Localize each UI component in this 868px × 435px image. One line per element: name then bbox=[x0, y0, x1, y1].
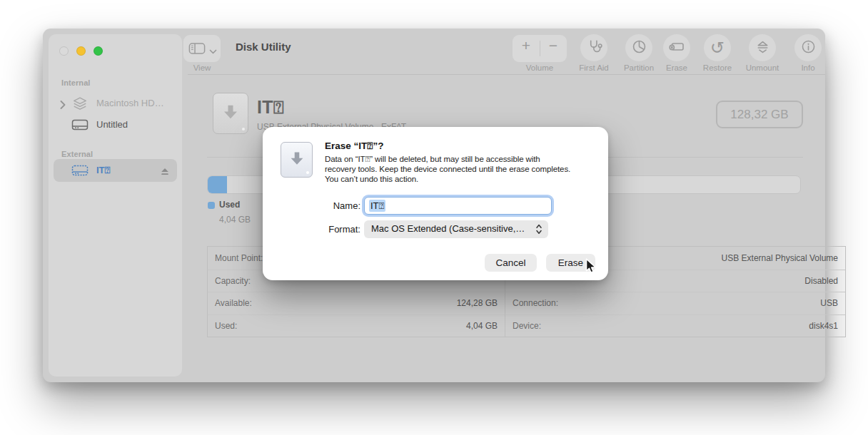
volume-add-remove-group: + − bbox=[513, 35, 567, 62]
disk-utility-window: Internal Macintosh HD… Untitled External… bbox=[43, 29, 825, 382]
erase-toolbar-button[interactable] bbox=[663, 34, 690, 61]
erase-dialog: Erase “IT⍰”? Data on “IT⍰” will be delet… bbox=[263, 127, 608, 280]
info-icon bbox=[800, 39, 817, 58]
sidebar-item-untitled[interactable]: Untitled bbox=[54, 114, 177, 135]
remove-volume-button[interactable]: − bbox=[540, 37, 567, 54]
sidebar-item-label: Macintosh HD… bbox=[96, 98, 164, 108]
volume-drive-icon bbox=[213, 93, 248, 134]
sidebar-section-internal: Internal bbox=[61, 78, 91, 87]
format-dropdown[interactable]: Mac OS Extended (Case-sensitive,… bbox=[364, 220, 548, 238]
name-field-label: Name: bbox=[284, 200, 360, 211]
minimize-window-button[interactable] bbox=[76, 46, 86, 56]
dialog-body-line: recovery tools. Keep the device connecte… bbox=[325, 165, 570, 173]
sidebar: Internal Macintosh HD… Untitled External… bbox=[49, 34, 182, 377]
table-row: Device:disk4s1 bbox=[505, 314, 845, 337]
sidebar-item-label: Untitled bbox=[96, 119, 128, 130]
dialog-body-line: Data on “IT⍰” will be deleted, but may s… bbox=[325, 155, 540, 164]
stethoscope-icon bbox=[586, 39, 602, 58]
table-row: Available:124,28 GB bbox=[208, 292, 505, 314]
name-input[interactable]: IT⍰ bbox=[364, 197, 552, 215]
partition-button[interactable] bbox=[625, 34, 652, 61]
capacity-badge: 128,32 GB bbox=[716, 101, 803, 128]
used-legend-swatch bbox=[208, 202, 215, 209]
internal-drive-icon bbox=[71, 118, 89, 134]
sidebar-toggle-icon bbox=[188, 41, 206, 58]
window-title: Disk Utility bbox=[236, 41, 291, 53]
unmount-button[interactable] bbox=[749, 34, 776, 61]
external-drive-icon bbox=[71, 164, 89, 180]
erase-drive-icon bbox=[668, 38, 685, 58]
dialog-drive-icon bbox=[281, 142, 313, 178]
info-label: Info bbox=[778, 63, 838, 72]
pie-chart-icon bbox=[631, 39, 647, 58]
restore-arrow-icon: ↺ bbox=[710, 41, 725, 55]
mouse-cursor bbox=[582, 257, 598, 278]
dialog-body-line: You can’t undo this action. bbox=[325, 175, 418, 183]
unmount-eject-icon bbox=[755, 39, 771, 58]
used-legend-label: Used bbox=[219, 200, 240, 210]
first-aid-button[interactable] bbox=[580, 34, 607, 61]
view-button[interactable] bbox=[183, 35, 221, 62]
table-row: Connection:USB bbox=[505, 292, 845, 314]
add-volume-button[interactable]: + bbox=[513, 37, 540, 54]
volume-group-label: Volume bbox=[510, 63, 570, 72]
toolbar-divider bbox=[188, 74, 825, 75]
capacity-bar-used-segment bbox=[208, 176, 227, 193]
cancel-button[interactable]: Cancel bbox=[485, 254, 537, 272]
table-row: Used:4,04 GB bbox=[208, 314, 505, 337]
zoom-window-button[interactable] bbox=[94, 46, 103, 56]
dialog-title: Erase “IT⍰”? bbox=[325, 140, 383, 152]
name-input-value: IT⍰ bbox=[369, 200, 385, 212]
sidebar-section-external: External bbox=[61, 150, 93, 158]
view-button-label: View bbox=[172, 63, 232, 72]
layers-icon bbox=[71, 96, 89, 114]
restore-button[interactable]: ↺ bbox=[704, 34, 731, 61]
chevron-right-icon[interactable] bbox=[60, 99, 66, 112]
used-legend-value: 4,04 GB bbox=[219, 215, 251, 225]
up-down-chevrons-icon bbox=[535, 223, 542, 238]
sidebar-item-label: IT⍰ bbox=[96, 165, 110, 176]
eject-icon[interactable] bbox=[160, 166, 170, 179]
chevron-down-icon bbox=[209, 45, 217, 58]
close-window-button[interactable] bbox=[59, 46, 69, 56]
volume-title: IT⍰ bbox=[257, 97, 284, 118]
sidebar-item-it[interactable]: IT⍰ bbox=[54, 159, 177, 182]
format-field-label: Format: bbox=[284, 224, 360, 235]
info-button[interactable] bbox=[794, 34, 822, 61]
sidebar-item-macintosh-hd[interactable]: Macintosh HD… bbox=[54, 93, 177, 114]
format-dropdown-value: Mac OS Extended (Case-sensitive,… bbox=[371, 223, 525, 234]
